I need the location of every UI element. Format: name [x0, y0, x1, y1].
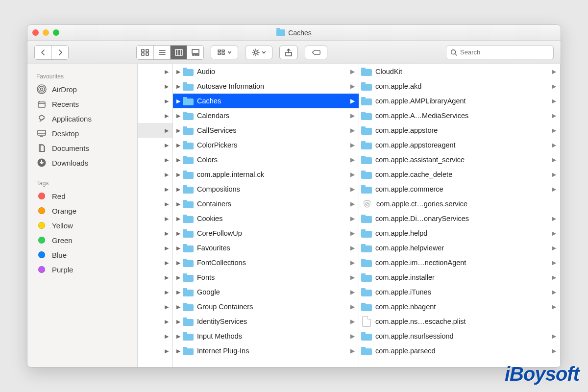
list-item[interactable]: com.apple.ns…escache.plist — [359, 314, 560, 329]
parent-row[interactable]: ▶ — [138, 138, 172, 152]
parent-row[interactable]: ▶ — [138, 226, 172, 241]
chevron-right-icon: ▶ — [552, 303, 556, 310]
gallery-view-button[interactable] — [187, 46, 203, 59]
item-label: com.apple.helpd — [375, 229, 550, 237]
list-item[interactable]: ▶ColorPickers▶ — [173, 138, 359, 152]
list-item[interactable]: ▶Compositions▶ — [173, 182, 359, 196]
parent-row[interactable]: ▶ — [138, 196, 172, 211]
chevron-right-icon: ▶ — [350, 318, 355, 325]
parent-row[interactable]: ▶ — [138, 329, 172, 343]
folder-icon — [361, 82, 372, 91]
parent-row[interactable]: ▶ — [138, 211, 172, 226]
list-item[interactable]: com.apple.A…MediaServices▶ — [359, 108, 560, 123]
list-item[interactable]: com.apple.helpd▶ — [359, 226, 560, 241]
list-item[interactable]: com.apple.appstore▶ — [359, 123, 560, 138]
list-item[interactable]: com.apple.commerce▶ — [359, 182, 560, 196]
list-item[interactable]: ▶FontCollections▶ — [173, 255, 359, 270]
list-item[interactable]: com.apple.nsurlsessiond▶ — [359, 329, 560, 343]
list-item[interactable]: com.apple.parsecd▶ — [359, 343, 560, 358]
parent-row[interactable]: ▶ — [138, 182, 172, 196]
parent-row[interactable]: ▶ — [138, 270, 172, 285]
list-item[interactable]: ▶Audio▶ — [173, 64, 359, 79]
sidebar-item-applications[interactable]: Applications — [27, 111, 137, 126]
action-button[interactable] — [245, 46, 272, 59]
item-label: com.apple.commerce — [375, 185, 550, 193]
minimize-button[interactable] — [43, 29, 49, 36]
sidebar-item-recents[interactable]: Recents — [27, 97, 137, 111]
chevron-right-icon: ▶ — [350, 259, 355, 266]
parent-row[interactable]: ▶ — [138, 94, 172, 108]
sidebar-tag-orange[interactable]: Orange — [27, 203, 137, 218]
chevron-right-icon: ▶ — [165, 172, 169, 178]
search-input[interactable] — [460, 49, 549, 56]
close-button[interactable] — [32, 29, 39, 36]
list-item[interactable]: ▶Autosave Information▶ — [173, 79, 359, 94]
list-item[interactable]: ▶CoreFollowUp▶ — [173, 226, 359, 241]
list-item[interactable]: ▶Cookies▶ — [173, 211, 359, 226]
list-item[interactable]: com.apple.ct…gories.service — [359, 196, 560, 211]
parent-row[interactable]: ▶ — [138, 152, 172, 167]
search-field[interactable] — [446, 46, 554, 59]
parent-row[interactable]: ▶ — [138, 285, 172, 299]
sidebar-tag-green[interactable]: Green — [27, 233, 137, 247]
list-item[interactable]: com.apple.Di…onaryServices▶ — [359, 211, 560, 226]
parent-row[interactable]: ▶ — [138, 108, 172, 123]
back-button[interactable] — [35, 46, 51, 59]
parent-row[interactable]: ▶ — [138, 241, 172, 255]
parent-row[interactable]: ▶ — [138, 314, 172, 329]
list-item[interactable]: ▶Colors▶ — [173, 152, 359, 167]
icon-view-button[interactable] — [137, 46, 153, 59]
column-library[interactable]: ▶Audio▶▶Autosave Information▶▶Caches▶▶Ca… — [173, 64, 359, 367]
parent-row[interactable]: ▶ — [138, 79, 172, 94]
sidebar-tag-red[interactable]: Red — [27, 189, 137, 203]
list-item[interactable]: com.apple.iTunes▶ — [359, 285, 560, 299]
list-item[interactable]: ▶Internet Plug-Ins▶ — [173, 343, 359, 358]
column-caches[interactable]: CloudKit▶com.apple.akd▶com.apple.AMPLibr… — [359, 64, 561, 367]
sidebar-tag-purple[interactable]: Purple — [27, 262, 137, 277]
list-item[interactable]: com.apple.installer▶ — [359, 270, 560, 285]
list-item[interactable]: ▶Containers▶ — [173, 196, 359, 211]
sidebar-item-desktop[interactable]: Desktop — [27, 126, 137, 141]
list-item[interactable]: com.apple.assistant_service▶ — [359, 152, 560, 167]
sidebar-tag-yellow[interactable]: Yellow — [27, 218, 137, 233]
column-view-button[interactable] — [170, 46, 187, 59]
list-item[interactable]: ▶Google▶ — [173, 285, 359, 299]
column-parent[interactable]: ▶▶▶▶▶▶▶▶▶▶▶▶▶▶▶▶▶▶▶▶ — [138, 64, 173, 367]
list-item[interactable]: com.apple.im…nectionAgent▶ — [359, 255, 560, 270]
sidebar-item-documents[interactable]: Documents — [27, 141, 137, 155]
list-item[interactable]: ▶Fonts▶ — [173, 270, 359, 285]
sidebar-item-downloads[interactable]: Downloads — [27, 155, 137, 170]
parent-row[interactable]: ▶ — [138, 255, 172, 270]
list-item[interactable]: ▶Group Containers▶ — [173, 299, 359, 314]
share-button[interactable] — [279, 46, 298, 59]
chevron-right-icon: ▶ — [552, 245, 556, 251]
chevron-right-icon: ▶ — [165, 274, 169, 281]
parent-row[interactable]: ▶ — [138, 64, 172, 79]
list-item[interactable]: ▶Caches▶ — [173, 94, 359, 108]
forward-button[interactable] — [51, 46, 68, 59]
parent-row[interactable]: ▶ — [138, 167, 172, 182]
list-item[interactable]: com.apple.helpviewer▶ — [359, 241, 560, 255]
list-item[interactable]: ▶com.apple.internal.ck▶ — [173, 167, 359, 182]
sidebar-item-airdrop[interactable]: AirDrop — [27, 82, 137, 97]
tags-button[interactable] — [305, 46, 327, 59]
parent-row[interactable]: ▶ — [138, 123, 172, 138]
parent-row[interactable]: ▶ — [138, 343, 172, 358]
list-item[interactable]: com.apple.AMPLibraryAgent▶ — [359, 94, 560, 108]
list-item[interactable]: ▶Calendars▶ — [173, 108, 359, 123]
svg-rect-12 — [195, 54, 196, 55]
list-view-button[interactable] — [153, 46, 170, 59]
parent-row[interactable]: ▶ — [138, 299, 172, 314]
zoom-button[interactable] — [53, 29, 59, 36]
group-button[interactable] — [211, 46, 238, 59]
list-item[interactable]: ▶IdentityServices▶ — [173, 314, 359, 329]
list-item[interactable]: com.apple.akd▶ — [359, 79, 560, 94]
list-item[interactable]: ▶Input Methods▶ — [173, 329, 359, 343]
list-item[interactable]: ▶Favourites▶ — [173, 241, 359, 255]
list-item[interactable]: ▶CallServices▶ — [173, 123, 359, 138]
list-item[interactable]: com.apple.nbagent▶ — [359, 299, 560, 314]
list-item[interactable]: com.apple.cache_delete▶ — [359, 167, 560, 182]
sidebar-tag-blue[interactable]: Blue — [27, 247, 137, 262]
list-item[interactable]: com.apple.appstoreagent▶ — [359, 138, 560, 152]
list-item[interactable]: CloudKit▶ — [359, 64, 560, 79]
